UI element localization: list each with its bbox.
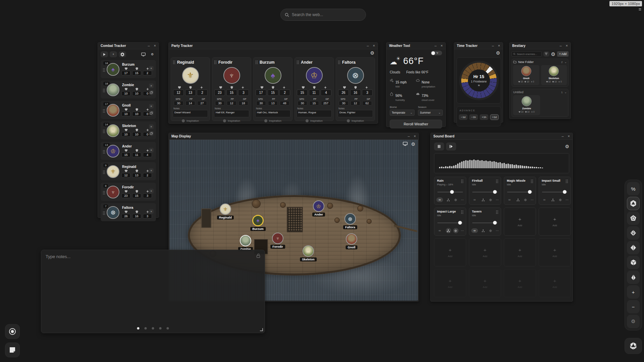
token-avatar[interactable]: ♆ [272,233,283,244]
effects-gear-icon[interactable] [453,197,459,202]
ac-value[interactable]: 16 [350,89,361,96]
settings-gear-icon[interactable]: ⚙ [551,52,555,57]
hp-value[interactable]: 26 [121,214,130,219]
minimize-icon[interactable]: – [492,44,494,48]
loop-toggle[interactable]: ∞ [471,228,478,233]
bonus-value[interactable]: 4 [321,89,331,96]
effects-gear-icon[interactable] [558,197,563,202]
notes-field[interactable]: Dwarf Wizard [173,110,208,117]
drag-handle-icon[interactable] [496,179,498,183]
sound-tile[interactable]: Rain Playing – 18% ∞ [434,177,466,205]
more-options-icon[interactable]: ⋯ [496,229,499,232]
advance-time-button[interactable]: −1d [459,114,468,120]
volume-knob[interactable] [458,221,462,225]
hp-value[interactable]: 17 [121,71,130,75]
pp-value[interactable]: 15 [309,101,319,106]
sound-tile[interactable]: Impact Large Idle ∞ [434,207,466,236]
sound-tile[interactable]: ∞ ⋯ [504,207,536,236]
add-sound-slot[interactable]: + Add [469,269,501,297]
combat-row[interactable]: 13 ♔ Ander 15 11 4 × [101,142,156,160]
ac-value[interactable]: 15 [226,89,237,96]
party-tracker-header[interactable]: Party Tracker – × [169,43,378,49]
volume-knob[interactable] [528,190,532,194]
inspiration-toggle[interactable]: Inspiration [212,119,251,122]
die-d6-button[interactable] [627,256,640,269]
volume-knob[interactable] [493,221,497,225]
combat-row[interactable]: 17 Gnoll 10 10 0 × [101,101,156,119]
bonus-value[interactable]: 3 [143,193,152,198]
bonus-value[interactable]: 3 [143,214,152,219]
unlock-icon[interactable] [256,253,261,258]
bonus-value[interactable]: 2 [197,89,208,96]
record-button[interactable] [5,324,20,339]
settings-gear-icon[interactable]: ⚙ [411,142,415,146]
close-icon[interactable]: × [568,134,570,138]
inspiration-toggle[interactable]: Inspiration [295,119,333,122]
sound-tile[interactable]: ∞ ⋯ [539,238,571,266]
ac-value[interactable]: 10 [132,112,141,116]
minimize-icon[interactable]: – [559,44,561,48]
enemy-search-box[interactable] [512,51,542,57]
loop-toggle[interactable]: ∞ [471,197,478,202]
volume-slider[interactable] [507,192,533,192]
sound-tile[interactable]: Fireball Idle ∞ [469,177,501,205]
notes-field[interactable]: Half Orc, Warlock [255,110,290,117]
gp-value[interactable]: 48 [280,101,289,106]
folder-name[interactable]: Untitled [513,90,524,94]
drag-handle-icon[interactable] [103,211,105,215]
sound-tile[interactable]: ∞ ⋯ [539,269,571,297]
display-mode-icon[interactable] [140,51,147,57]
add-sound-slot[interactable]: + Add [539,208,571,235]
sound-tile[interactable]: Magic Missle Idle ∞ [504,177,536,205]
drag-handle-icon[interactable] [566,179,568,183]
combat-tracker-header[interactable]: Combat Tracker – × [98,43,159,49]
token-avatar[interactable]: ☠ [303,245,314,257]
hp-value[interactable]: 23 [214,89,225,96]
party-member-card[interactable]: Faltora ⊗ 26 16 3 SPD PP [336,57,375,121]
settings-gear-icon[interactable]: ⚙ [370,51,374,55]
minimize-icon[interactable]: – [408,134,410,138]
remove-combatant-button[interactable]: × [149,124,154,129]
spd-value[interactable]: 30 [256,101,266,106]
combat-row[interactable]: 7 ⊗ Faltora 26 16 3 × [101,203,156,221]
hp-value[interactable]: 12 [173,89,184,96]
volume-slider[interactable] [437,223,463,223]
add-sound-slot[interactable]: + Add [504,269,536,297]
search-input[interactable] [292,12,362,17]
drag-handle-icon[interactable] [461,179,464,183]
die-d10-button[interactable] [627,226,640,240]
close-icon[interactable]: × [441,44,443,48]
combat-row[interactable]: 9 ⚜ Reginald 12 13 2 × [101,162,156,180]
add-sound-slot[interactable]: + Add [434,239,466,266]
remove-combatant-button[interactable]: × [149,148,154,153]
pp-value[interactable]: 13 [268,101,278,106]
drag-handle-icon[interactable] [103,191,105,195]
spd-value[interactable]: 30 [174,101,183,106]
ac-value[interactable]: 13 [185,89,196,96]
remove-combatant-button[interactable]: × [149,168,154,173]
die-d12-button[interactable] [627,212,640,225]
party-member-card[interactable]: Burzum ♠ 17 15 2 SPD PP [253,57,292,121]
enemy-search-input[interactable] [517,53,540,56]
settings-gear-icon[interactable]: ⚙ [565,144,569,149]
ac-value[interactable]: 10 [132,91,141,96]
bonus-value[interactable]: 3 [362,89,373,96]
loop-toggle[interactable]: ∞ [506,197,513,202]
drag-handle-icon[interactable] [531,179,533,183]
filter-icon[interactable] [543,51,549,57]
start-combat-button[interactable] [101,51,108,57]
gp-value[interactable]: 257 [321,101,331,106]
add-sound-slot[interactable]: + Add [469,239,501,266]
remove-combatant-button[interactable]: × [149,189,154,193]
remove-combatant-button[interactable]: × [149,209,154,214]
spatial-audio-icon[interactable] [446,197,451,202]
ac-value[interactable]: 11 [132,153,141,157]
add-sound-slot[interactable]: + Add [434,269,466,297]
resume-button[interactable] [446,142,456,150]
roll-dice-button[interactable] [625,338,642,354]
sound-board-header[interactable]: Sound Board – × [431,133,573,140]
duplicate-combatant-button[interactable] [149,90,154,95]
spatial-audio-icon[interactable] [481,228,486,233]
bonus-value[interactable]: 3 [238,89,249,96]
volume-knob[interactable] [493,190,497,194]
